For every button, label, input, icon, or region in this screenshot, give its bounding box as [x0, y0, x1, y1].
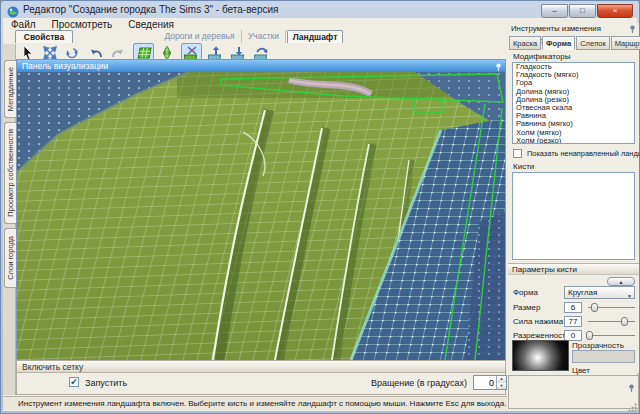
viewport-header-label: Панель визуализации — [22, 61, 108, 71]
size-slider[interactable] — [588, 302, 635, 313]
rotation-value[interactable]: 0 — [489, 378, 494, 388]
collapsed-panel — [508, 375, 639, 409]
maximize-button[interactable]: □ — [569, 4, 596, 18]
close-button[interactable]: × — [597, 4, 633, 18]
tab-landscape[interactable]: Ландшафт — [287, 30, 343, 43]
brush-shape-value: Круглая — [568, 288, 597, 297]
brushes-label: Кисти — [513, 162, 534, 171]
opacity-bar[interactable] — [572, 350, 635, 363]
modifiers-label: Модификаторы — [513, 52, 570, 61]
client-area: ФайлПросмотретьСведения Свойства Дороги … — [3, 18, 637, 411]
chevron-down-icon: ▼ — [627, 290, 632, 302]
size-label: Размер — [513, 303, 541, 312]
show-undirected-label: Показать ненаправленный ландшафт — [527, 149, 640, 158]
sidebar-tab-city-layers[interactable]: Слои города — [4, 228, 16, 288]
opacity-label: Прозрачность — [572, 341, 624, 350]
pressure-label: Сила нажима — [513, 317, 563, 326]
application-window: Редактор "Создание городка The Sims 3" -… — [0, 0, 640, 414]
pressure-input[interactable]: 77 — [564, 316, 582, 327]
tool-tabs: Краска Форма Слепок Маршрут — [509, 36, 640, 50]
window-title: Редактор "Создание городка The Sims 3" -… — [23, 4, 278, 15]
resize-grip[interactable] — [628, 398, 637, 407]
run-checkbox-label: Запустить — [85, 378, 127, 388]
minimize-button[interactable]: – — [541, 4, 568, 18]
run-checkbox[interactable]: ✔ — [69, 377, 79, 387]
tab-stamp[interactable]: Слепок — [576, 36, 609, 50]
sparseness-slider[interactable] — [588, 330, 635, 341]
pressure-slider[interactable] — [588, 316, 635, 327]
terrain-3d-view[interactable] — [17, 72, 505, 360]
tab-roads-and-trees[interactable]: Дороги и деревья — [158, 30, 242, 43]
size-input[interactable]: 6 — [564, 302, 582, 313]
brush-falloff-preview — [512, 340, 569, 371]
pin-icon[interactable] — [628, 378, 635, 396]
viewport-header: Панель визуализации — [17, 60, 505, 72]
grid-panel: Включить сетку ✔ Запустить Вращение (в г… — [16, 360, 506, 395]
color-label: Цвет — [572, 366, 590, 375]
app-icon — [7, 4, 19, 16]
collapse-button[interactable]: ▲ — [607, 277, 635, 286]
tab-paint[interactable]: Краска — [509, 36, 541, 50]
sidebar-tab-metadata[interactable]: Метаданные — [4, 60, 16, 118]
rotation-spinner[interactable]: 0 ▲ ▼ — [473, 375, 507, 390]
sparseness-slider-thumb[interactable] — [586, 331, 593, 340]
tab-lots[interactable]: Участки — [242, 30, 286, 43]
grid-panel-header: Включить сетку — [17, 361, 505, 373]
left-tab-strip: Метаданные Просмотр собственности Слои г… — [3, 44, 16, 395]
pressure-slider-thumb[interactable] — [621, 317, 628, 326]
landscape-tools-panel: Инструменты изменения ландшафта Краска Ф… — [508, 23, 639, 373]
tab-shape[interactable]: Форма — [542, 36, 575, 50]
brush-params-header: Параметры кисти — [508, 263, 639, 275]
brush-shape-dropdown[interactable]: Круглая ▼ — [564, 286, 635, 299]
show-undirected-checkbox[interactable] — [513, 149, 522, 158]
status-text: Инструмент изменения ландшафта включен. … — [18, 399, 506, 408]
title-bar[interactable]: Редактор "Создание городка The Sims 3" -… — [3, 2, 637, 18]
shape-label: Форма — [513, 288, 538, 297]
spin-down-button[interactable]: ▼ — [496, 383, 506, 390]
sparseness-label: Разреженность — [513, 331, 570, 340]
brushes-listbox[interactable] — [512, 172, 635, 260]
size-slider-thumb[interactable] — [591, 303, 598, 312]
modifiers-listbox[interactable]: Гладкость Гладкость (мягко) Гора Долина … — [512, 62, 635, 144]
sidebar-tab-property-view[interactable]: Просмотр собственности — [4, 122, 16, 224]
status-bar: Инструмент изменения ландшафта включен. … — [3, 396, 507, 410]
rotation-label: Вращение (в градусах) — [267, 378, 467, 388]
tab-properties[interactable]: Свойства — [15, 30, 73, 43]
tab-route[interactable]: Маршрут — [611, 36, 640, 50]
list-item[interactable]: Холм (резко) — [513, 137, 634, 144]
render-viewport[interactable]: Панель визуализации — [16, 59, 506, 360]
